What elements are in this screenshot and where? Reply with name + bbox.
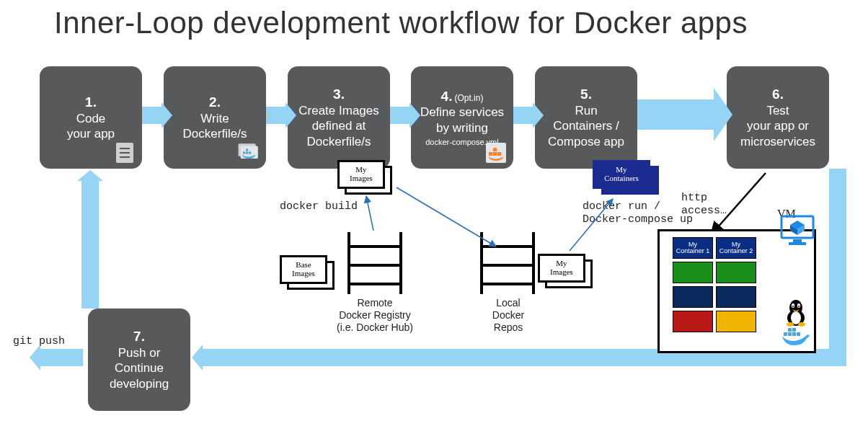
step-text: Define services — [420, 105, 504, 120]
step-text: Containers / — [553, 118, 619, 133]
vm-layer-green — [716, 262, 756, 283]
docker-whale-icon — [237, 141, 260, 164]
label-remote-registry: RemoteDocker Registry(i.e. Docker Hub) — [321, 297, 429, 333]
svg-rect-6 — [243, 151, 245, 154]
step-text: by writing — [436, 120, 488, 136]
label-git-push: git push — [13, 335, 65, 347]
linux-penguin-icon — [784, 298, 808, 327]
step-text: developing — [110, 376, 169, 391]
label-http-access: httpaccess… — [681, 192, 727, 218]
svg-rect-7 — [246, 151, 248, 154]
svg-rect-42 — [788, 328, 792, 332]
step-3-create-images: 3. Create Images defined at Dockerfile/s — [288, 66, 390, 169]
arrow-5-to-6 — [637, 99, 715, 130]
step-5-run-containers: 5. Run Containers / Compose app — [535, 66, 637, 169]
step-text: Test — [766, 103, 789, 118]
step-text: Create Images — [298, 103, 379, 118]
svg-rect-8 — [249, 151, 251, 154]
vm-container-grid: MyContainer 1 MyContainer 2 — [673, 237, 756, 332]
svg-rect-43 — [792, 328, 796, 332]
svg-rect-13 — [497, 152, 501, 156]
svg-rect-40 — [792, 332, 796, 336]
step-text: Dockerfile/s — [307, 134, 371, 149]
step-text: Push or — [118, 345, 161, 360]
svg-rect-11 — [489, 152, 492, 156]
arrow-7-to-1 — [81, 180, 99, 309]
svg-line-25 — [366, 196, 373, 231]
vm-box: MyContainer 1 MyContainer 2 — [657, 229, 816, 353]
vm-layer-red — [673, 311, 713, 332]
vm-layer-yellow — [716, 311, 756, 332]
vm-container-2: MyContainer 2 — [716, 237, 756, 259]
svg-rect-38 — [784, 332, 787, 336]
svg-rect-9 — [246, 148, 248, 151]
step-text: Dockerfile/s — [183, 126, 247, 141]
step-1-code-app: 1. Code your app — [40, 66, 142, 169]
step-number: 7. — [133, 329, 145, 344]
arrow-1-to-2 — [142, 107, 162, 124]
svg-rect-41 — [797, 332, 800, 336]
step-text: microservices — [740, 134, 815, 149]
step-number: 6. — [772, 86, 784, 102]
card-front: BaseImages — [280, 255, 327, 284]
svg-point-35 — [798, 306, 800, 307]
vm-layer-navy — [716, 286, 756, 308]
step-number: 5. — [580, 86, 592, 102]
svg-point-31 — [791, 311, 801, 324]
step-number: 4. — [441, 89, 453, 104]
arrow-4-to-5 — [513, 107, 533, 124]
step-number: 3. — [333, 86, 345, 102]
label-local-repos: LocalDockerRepos — [469, 297, 548, 333]
step-4-define-services: 4.(Opt.in) Define services by writing do… — [411, 66, 513, 169]
arrow-2-to-3 — [266, 107, 286, 124]
step-2-write-dockerfile: 2. Write Dockerfile/s — [164, 66, 266, 169]
step-text: Compose app — [548, 134, 624, 149]
document-icon — [113, 141, 136, 164]
card-front: MyImages — [538, 254, 585, 283]
card-front: MyImages — [337, 160, 385, 189]
svg-rect-39 — [788, 332, 792, 336]
docker-compose-icon — [484, 141, 508, 164]
step-7-push-continue: 7. Push or Continue developing — [88, 309, 190, 411]
step-text: your app or — [747, 118, 809, 133]
card-front: MyContainers — [593, 160, 650, 189]
step-text: your app — [67, 126, 115, 141]
step-text: Run — [575, 103, 597, 118]
step-text: Continue — [115, 360, 164, 376]
arrow-3-to-4 — [390, 107, 410, 124]
step-number: 1. — [85, 94, 97, 110]
svg-rect-14 — [493, 148, 497, 151]
docker-whale-icon — [781, 324, 810, 347]
svg-point-34 — [792, 306, 794, 307]
monitor-icon — [780, 215, 815, 247]
svg-rect-46 — [789, 242, 806, 245]
page-title: Inner-Loop development workflow for Dock… — [54, 6, 748, 40]
step-optional: (Opt.in) — [454, 93, 483, 103]
step-6-test-app: 6. Test your app or microservices — [727, 66, 829, 169]
vm-layer-navy — [673, 286, 713, 308]
svg-rect-12 — [493, 152, 497, 156]
remote-registry-rack — [343, 232, 407, 294]
label-docker-run: docker run /Docker-compose up — [583, 200, 693, 226]
step-text: defined at — [312, 118, 366, 133]
step-text: Code — [76, 111, 106, 126]
step-text: Write — [200, 111, 229, 126]
vm-layer-green — [673, 262, 713, 283]
arrow-6-down — [829, 169, 846, 365]
label-docker-build: docker build — [280, 200, 358, 213]
arrow-git-push — [40, 349, 83, 366]
svg-rect-45 — [793, 239, 802, 242]
local-repos-rack — [476, 232, 539, 294]
step-number: 2. — [209, 94, 221, 110]
vm-container-1: MyContainer 1 — [673, 237, 713, 259]
